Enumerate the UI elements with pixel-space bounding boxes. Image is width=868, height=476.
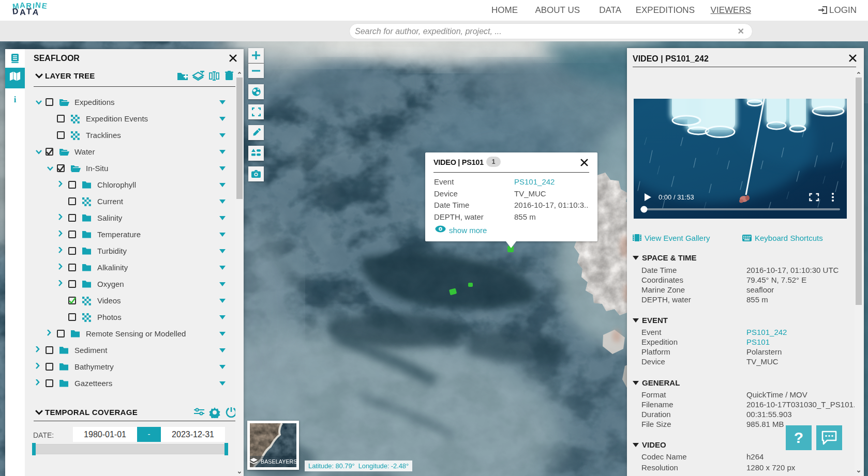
svg-text:0:00 / 31:53: 0:00 / 31:53 [659,193,694,201]
